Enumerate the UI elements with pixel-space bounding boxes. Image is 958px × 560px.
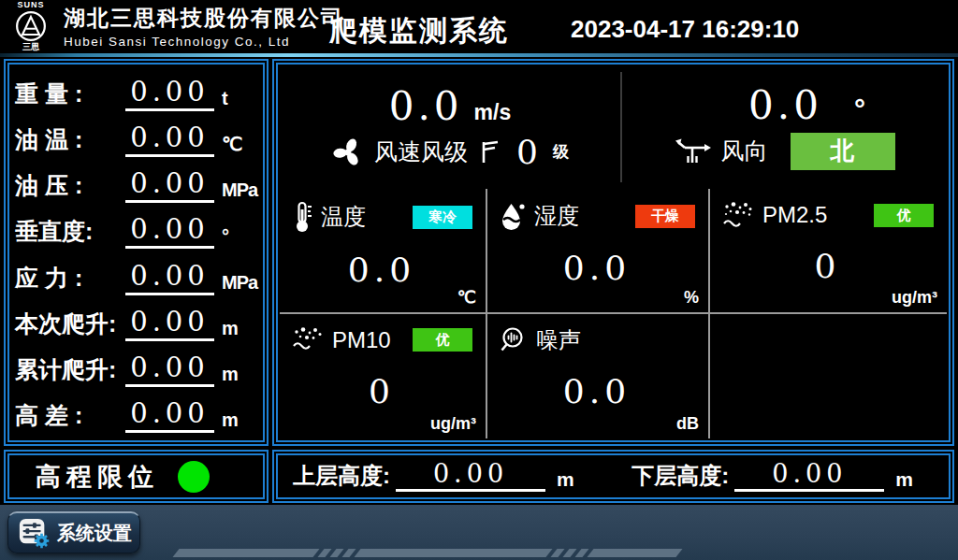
- sensor-name: 噪声: [536, 325, 581, 355]
- header-accent-line: [0, 53, 958, 57]
- status-badge: 优: [874, 204, 934, 227]
- wind-vane-icon: [673, 136, 712, 167]
- fan-icon: [331, 136, 365, 169]
- environment-panel: 0.0 m/s 风速风级: [272, 59, 954, 446]
- settings-button-label: 系统设置: [57, 521, 132, 546]
- metric-row-total-climb: 累计爬升: 0.00 m: [15, 346, 257, 389]
- sensor-card-pm25: PM2.5 优 0 ug/m³: [710, 189, 947, 314]
- metric-row-current-climb: 本次爬升: 0.00 m: [15, 300, 257, 343]
- lower-height-group: 下层高度: 0.00 m: [631, 459, 913, 494]
- metric-unit: t: [222, 88, 257, 113]
- sensor-card-noise: 噪声 0.0 dB: [487, 314, 710, 439]
- droplet-icon: [499, 200, 527, 232]
- sensor-name: PM2.5: [762, 202, 827, 228]
- metric-label: 重 量 :: [15, 79, 125, 113]
- elevation-limit-label: 高程限位: [36, 460, 159, 494]
- wind-section-divider: [620, 72, 622, 182]
- sensor-card-temperature: 温度 寒冷 0.0 ℃: [280, 189, 487, 314]
- metric-label: 本次爬升:: [15, 309, 125, 343]
- page-title: 爬模监测系统: [329, 12, 509, 50]
- metric-label: 高 差 :: [15, 400, 125, 435]
- empty-cell: [710, 314, 947, 439]
- sensor-card-pm10: PM10 优 0 ug/m³: [280, 314, 487, 439]
- wind-speed-unit: m/s: [474, 100, 512, 125]
- metric-row-verticality: 垂直度: 0.00 °: [15, 208, 257, 251]
- status-badge: 干燥: [635, 205, 695, 228]
- footer-decorative-stripes: [176, 549, 679, 557]
- lower-height-unit: m: [895, 468, 913, 494]
- wind-direction-value: 0.0: [748, 86, 822, 125]
- logo-top-text: SUNS: [17, 1, 44, 9]
- upper-height-unit: m: [557, 468, 574, 494]
- metric-label: 垂直度:: [15, 216, 125, 251]
- system-settings-button[interactable]: 系统设置: [7, 511, 140, 553]
- thermometer-icon: [291, 200, 313, 234]
- metric-unit: m: [222, 364, 257, 389]
- climbing-formwork-monitor-screen: SUNS 三思 湖北三思科技股份有限公司 Hubei Sansi Technol…: [0, 0, 958, 560]
- datetime-display: 2023-04-17 16:29:10: [571, 15, 799, 44]
- suns-logo-icon: [14, 9, 48, 43]
- metric-value: 0.00: [125, 213, 214, 249]
- metric-value: 0.00: [125, 306, 214, 341]
- wind-section: 0.0 m/s 风速风级: [280, 66, 947, 189]
- layer-heights-panel: 上层高度: 0.00 m 下层高度: 0.00 m: [272, 450, 954, 503]
- lower-height-label: 下层高度:: [631, 461, 729, 494]
- wind-level-value: 0: [516, 136, 538, 169]
- elevation-limit-status-indicator: [178, 461, 210, 493]
- metrics-panel: 重 量 : 0.00 t 油 温 : 0.00 ℃ 油 压 : 0.00 MPa…: [4, 59, 269, 446]
- upper-height-group: 上层高度: 0.00 m: [293, 459, 574, 494]
- metric-value: 0.00: [125, 352, 214, 387]
- status-badge: 寒冷: [413, 206, 472, 229]
- settings-gear-icon: [18, 517, 50, 549]
- sensor-unit: ug/m³: [430, 414, 476, 434]
- metric-row-oil-temp: 油 温 : 0.00 ℃: [15, 116, 257, 159]
- company-name-cn: 湖北三思科技股份有限公司: [64, 4, 344, 33]
- header: SUNS 三思 湖北三思科技股份有限公司 Hubei Sansi Technol…: [0, 0, 958, 53]
- pm10-particles-icon: [291, 325, 325, 355]
- wind-level-unit: 级: [553, 141, 569, 163]
- sensor-value: 0.0: [499, 372, 695, 410]
- sensor-name: PM10: [332, 327, 391, 353]
- wind-direction-label: 风向: [721, 136, 768, 166]
- metric-value: 0.00: [125, 167, 214, 203]
- company-name-block: 湖北三思科技股份有限公司 Hubei Sansi Technology Co.,…: [64, 4, 344, 49]
- status-badge: 优: [413, 328, 472, 352]
- sensor-value: 0.0: [291, 251, 472, 289]
- metric-label: 油 压 :: [15, 170, 125, 205]
- metric-row-oil-pressure: 油 压 : 0.00 MPa: [15, 162, 257, 205]
- upper-height-value: 0.00: [396, 459, 545, 492]
- metric-row-weight: 重 量 : 0.00 t: [15, 70, 257, 113]
- sensor-unit: %: [684, 288, 699, 308]
- sensor-name: 温度: [321, 202, 366, 232]
- sensor-grid: 温度 寒冷 0.0 ℃ 湿度 干燥: [280, 189, 947, 438]
- metric-value: 0.00: [125, 260, 214, 295]
- metric-value: 0.00: [125, 397, 214, 433]
- metric-value: 0.00: [125, 122, 214, 157]
- wind-direction-unit: °: [854, 93, 865, 125]
- sensor-value: 0.0: [499, 249, 695, 287]
- metric-unit: °: [222, 225, 257, 251]
- company-logo: SUNS 三思: [6, 1, 56, 51]
- sensor-card-humidity: 湿度 干燥 0.0 %: [487, 189, 710, 314]
- sensor-unit: dB: [676, 414, 699, 434]
- metric-unit: MPa: [222, 179, 257, 205]
- metric-unit: MPa: [222, 272, 257, 297]
- sensor-value: 0: [721, 247, 934, 285]
- sensor-unit: ℃: [457, 287, 476, 308]
- wind-speed-value: 0.0: [389, 87, 463, 126]
- wind-speed-block: 0.0 m/s 风速风级: [280, 66, 620, 189]
- metric-label: 累计爬升:: [15, 354, 125, 389]
- metric-row-height-diff: 高 差 : 0.00 m: [15, 392, 257, 435]
- logo-bottom-text: 三思: [22, 43, 39, 51]
- metric-label: 油 温 :: [15, 124, 125, 159]
- metric-row-stress: 应 力 : 0.00 MPa: [15, 254, 257, 297]
- wind-direction-compass-box: 北: [791, 133, 895, 170]
- wind-speed-label: 风速风级: [374, 136, 468, 167]
- metric-unit: m: [222, 318, 257, 343]
- metric-unit: m: [222, 409, 257, 435]
- metric-label: 应 力 :: [15, 263, 125, 297]
- brand: SUNS 三思 湖北三思科技股份有限公司 Hubei Sansi Technol…: [6, 1, 344, 51]
- metric-value: 0.00: [125, 76, 214, 111]
- noise-icon: [499, 325, 529, 355]
- wind-direction-block: 0.0 ° 风向: [620, 66, 947, 189]
